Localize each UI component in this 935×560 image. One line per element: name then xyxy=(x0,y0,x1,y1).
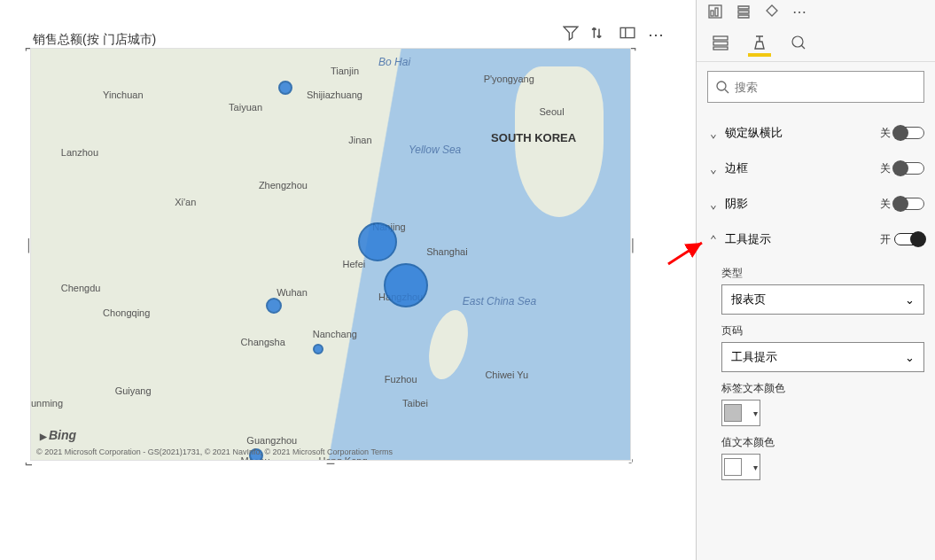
chevron-down-icon: ▾ xyxy=(753,463,758,472)
dropdown-value: 报表页 xyxy=(731,292,766,307)
city-label: Xi'an xyxy=(175,197,196,207)
toggle-switch[interactable] xyxy=(894,127,924,139)
city-label: Lanzhou xyxy=(61,147,98,158)
data-bubble[interactable] xyxy=(278,81,292,95)
city-label: Chongqing xyxy=(103,307,150,318)
dropdown-type[interactable]: 报表页 ⌄ xyxy=(721,284,924,315)
toggle-switch[interactable] xyxy=(894,162,924,175)
prop-border[interactable]: ⌄边框 关 xyxy=(707,151,924,186)
prop-label: 工具提示 xyxy=(725,231,771,247)
chevron-down-icon: ⌄ xyxy=(905,351,915,364)
fields-pane-icon[interactable] xyxy=(736,4,752,23)
sea-label: Yellow Sea xyxy=(409,144,461,156)
svg-point-8 xyxy=(717,82,726,90)
more-options-icon[interactable]: ⋯ xyxy=(648,25,666,44)
map-canvas[interactable]: Bo Hai Yellow Sea East China Sea SOUTH K… xyxy=(30,48,631,461)
svg-rect-5 xyxy=(713,42,728,45)
prop-shadow[interactable]: ⌄阴影 关 xyxy=(707,186,924,222)
prop-tooltip[interactable]: ⌃工具提示 开 xyxy=(707,222,924,257)
svg-rect-3 xyxy=(715,8,718,16)
toggle-switch[interactable] xyxy=(894,198,924,210)
city-label: Changsha xyxy=(241,337,285,347)
map-attribution: © 2021 Microsoft Corporation - GS(2021)1… xyxy=(36,447,393,456)
city-label: Nanchang xyxy=(313,329,357,339)
color-swatch xyxy=(724,458,742,476)
visual-title: 销售总额(按 门店城市) xyxy=(33,32,156,48)
tab-format[interactable] xyxy=(748,32,771,57)
sea-label: East China Sea xyxy=(463,295,536,307)
city-label: Guangzhou xyxy=(246,435,297,446)
city-label: Tianjin xyxy=(331,66,359,76)
city-label: unming xyxy=(31,398,63,408)
bing-logo: Bing xyxy=(40,428,76,442)
city-label: Wuhan xyxy=(277,287,308,298)
prop-label: 边框 xyxy=(725,160,748,176)
format-search[interactable] xyxy=(707,71,924,103)
pane-more-icon[interactable]: ⋯ xyxy=(792,4,808,23)
sub-label-page: 页码 xyxy=(721,323,924,338)
map-visual[interactable]: ⌐ ¬ ⌙ ⌏ ─ ─ │ │ 销售总额(按 门店城市) Bo Hai Yell… xyxy=(27,27,635,464)
city-label: Shanghai xyxy=(426,246,468,257)
svg-rect-6 xyxy=(713,47,728,50)
city-label: Zhengzhou xyxy=(259,180,308,191)
toggle-state: 关 xyxy=(880,197,891,212)
city-label: Guiyang xyxy=(115,385,152,396)
search-icon xyxy=(715,80,729,94)
color-picker-value[interactable]: ▾ xyxy=(721,454,760,480)
data-bubble[interactable] xyxy=(358,222,397,261)
drill-pane-icon[interactable] xyxy=(764,4,780,23)
toggle-state: 关 xyxy=(880,126,891,141)
prop-aspect-ratio[interactable]: ⌄锁定纵横比 关 xyxy=(707,115,924,151)
sub-label-value-color: 值文本颜色 xyxy=(721,435,924,450)
city-label: Hefei xyxy=(343,259,366,269)
pane-switcher: ⋯ xyxy=(697,0,935,27)
data-bubble[interactable] xyxy=(266,298,282,314)
city-label: Fuzhou xyxy=(385,374,417,385)
svg-rect-4 xyxy=(713,36,728,40)
country-label: SOUTH KOREA xyxy=(491,131,576,144)
prop-label: 阴影 xyxy=(725,196,748,212)
city-label: Chiwei Yu xyxy=(485,369,528,380)
format-tabs xyxy=(697,27,935,62)
sea-label: Bo Hai xyxy=(378,56,410,68)
format-panel: ⋯ ⌄锁定纵横比 关 ⌄边框 关 ⌄阴影 关 ⌃工具提示 开 xyxy=(696,0,935,560)
city-label: P'yongyang xyxy=(484,74,534,84)
toggle-state: 开 xyxy=(880,232,891,247)
sub-label-type: 类型 xyxy=(721,266,924,281)
city-label: Yinchuan xyxy=(103,89,143,100)
chevron-down-icon: ⌄ xyxy=(707,162,720,175)
chevron-down-icon: ⌄ xyxy=(905,293,915,307)
color-swatch xyxy=(724,404,742,422)
sub-label-label-color: 标签文本颜色 xyxy=(721,381,924,396)
data-bubble[interactable] xyxy=(384,263,428,307)
city-label: Chengdu xyxy=(61,283,101,293)
chevron-down-icon: ⌄ xyxy=(707,127,720,140)
search-input[interactable] xyxy=(735,81,916,94)
toggle-switch[interactable] xyxy=(894,233,924,245)
city-label: Taiyuan xyxy=(229,102,262,113)
chevron-down-icon: ▾ xyxy=(753,408,758,418)
dropdown-page[interactable]: 工具提示 ⌄ xyxy=(721,342,924,372)
chevron-up-icon: ⌃ xyxy=(707,233,720,246)
data-bubble[interactable] xyxy=(313,344,323,354)
city-label: Shijiazhuang xyxy=(307,89,362,100)
prop-label: 锁定纵横比 xyxy=(725,125,783,141)
city-label: Taibei xyxy=(402,398,428,408)
city-label: Seoul xyxy=(540,106,565,117)
map-land xyxy=(422,306,474,384)
city-label: Jinan xyxy=(348,135,371,145)
chevron-down-icon: ⌄ xyxy=(707,198,720,211)
tab-analytics[interactable] xyxy=(787,32,810,57)
dropdown-value: 工具提示 xyxy=(731,349,777,365)
color-picker-label[interactable]: ▾ xyxy=(721,400,760,426)
toggle-state: 关 xyxy=(880,161,891,176)
city-label: Hong Kong xyxy=(318,455,367,461)
svg-rect-2 xyxy=(711,11,713,16)
tooltip-subsection: 类型 报表页 ⌄ 页码 工具提示 ⌄ 标签文本颜色 ▾ 值文本颜色 ▾ xyxy=(707,266,924,480)
tab-general[interactable] xyxy=(709,32,732,57)
visualizations-pane-icon[interactable] xyxy=(707,4,723,23)
